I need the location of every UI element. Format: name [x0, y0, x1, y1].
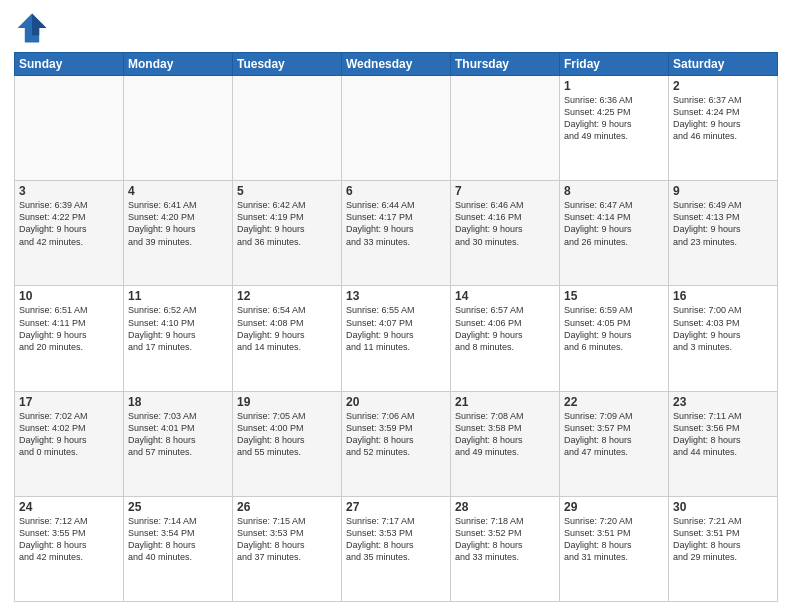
day-number: 28 [455, 500, 555, 514]
day-number: 24 [19, 500, 119, 514]
day-info: Sunrise: 7:20 AM Sunset: 3:51 PM Dayligh… [564, 515, 664, 564]
day-info: Sunrise: 6:36 AM Sunset: 4:25 PM Dayligh… [564, 94, 664, 143]
day-number: 12 [237, 289, 337, 303]
calendar-cell: 30Sunrise: 7:21 AM Sunset: 3:51 PM Dayli… [669, 496, 778, 601]
day-header-friday: Friday [560, 53, 669, 76]
calendar-cell: 21Sunrise: 7:08 AM Sunset: 3:58 PM Dayli… [451, 391, 560, 496]
day-number: 21 [455, 395, 555, 409]
day-info: Sunrise: 7:18 AM Sunset: 3:52 PM Dayligh… [455, 515, 555, 564]
calendar-cell: 14Sunrise: 6:57 AM Sunset: 4:06 PM Dayli… [451, 286, 560, 391]
day-info: Sunrise: 7:21 AM Sunset: 3:51 PM Dayligh… [673, 515, 773, 564]
day-number: 26 [237, 500, 337, 514]
calendar-cell: 8Sunrise: 6:47 AM Sunset: 4:14 PM Daylig… [560, 181, 669, 286]
calendar-header-row: SundayMondayTuesdayWednesdayThursdayFrid… [15, 53, 778, 76]
calendar-cell: 22Sunrise: 7:09 AM Sunset: 3:57 PM Dayli… [560, 391, 669, 496]
day-number: 2 [673, 79, 773, 93]
calendar-cell: 18Sunrise: 7:03 AM Sunset: 4:01 PM Dayli… [124, 391, 233, 496]
day-number: 10 [19, 289, 119, 303]
calendar-cell [124, 76, 233, 181]
calendar-cell: 17Sunrise: 7:02 AM Sunset: 4:02 PM Dayli… [15, 391, 124, 496]
calendar-cell [233, 76, 342, 181]
day-number: 7 [455, 184, 555, 198]
day-info: Sunrise: 6:44 AM Sunset: 4:17 PM Dayligh… [346, 199, 446, 248]
day-number: 30 [673, 500, 773, 514]
day-info: Sunrise: 7:06 AM Sunset: 3:59 PM Dayligh… [346, 410, 446, 459]
calendar-cell: 20Sunrise: 7:06 AM Sunset: 3:59 PM Dayli… [342, 391, 451, 496]
day-number: 18 [128, 395, 228, 409]
logo [14, 10, 54, 46]
day-number: 17 [19, 395, 119, 409]
day-number: 16 [673, 289, 773, 303]
day-header-saturday: Saturday [669, 53, 778, 76]
day-info: Sunrise: 6:52 AM Sunset: 4:10 PM Dayligh… [128, 304, 228, 353]
calendar-cell: 19Sunrise: 7:05 AM Sunset: 4:00 PM Dayli… [233, 391, 342, 496]
calendar-cell: 23Sunrise: 7:11 AM Sunset: 3:56 PM Dayli… [669, 391, 778, 496]
day-header-thursday: Thursday [451, 53, 560, 76]
calendar-cell: 1Sunrise: 6:36 AM Sunset: 4:25 PM Daylig… [560, 76, 669, 181]
calendar-cell: 3Sunrise: 6:39 AM Sunset: 4:22 PM Daylig… [15, 181, 124, 286]
calendar-cell: 12Sunrise: 6:54 AM Sunset: 4:08 PM Dayli… [233, 286, 342, 391]
day-number: 19 [237, 395, 337, 409]
day-number: 1 [564, 79, 664, 93]
day-number: 3 [19, 184, 119, 198]
day-number: 5 [237, 184, 337, 198]
calendar-cell: 6Sunrise: 6:44 AM Sunset: 4:17 PM Daylig… [342, 181, 451, 286]
header [14, 10, 778, 46]
day-info: Sunrise: 7:02 AM Sunset: 4:02 PM Dayligh… [19, 410, 119, 459]
day-info: Sunrise: 7:11 AM Sunset: 3:56 PM Dayligh… [673, 410, 773, 459]
day-number: 8 [564, 184, 664, 198]
day-number: 15 [564, 289, 664, 303]
day-info: Sunrise: 7:14 AM Sunset: 3:54 PM Dayligh… [128, 515, 228, 564]
day-number: 22 [564, 395, 664, 409]
day-header-wednesday: Wednesday [342, 53, 451, 76]
calendar-week-row: 1Sunrise: 6:36 AM Sunset: 4:25 PM Daylig… [15, 76, 778, 181]
day-info: Sunrise: 6:39 AM Sunset: 4:22 PM Dayligh… [19, 199, 119, 248]
calendar-cell: 9Sunrise: 6:49 AM Sunset: 4:13 PM Daylig… [669, 181, 778, 286]
day-info: Sunrise: 7:08 AM Sunset: 3:58 PM Dayligh… [455, 410, 555, 459]
day-info: Sunrise: 7:15 AM Sunset: 3:53 PM Dayligh… [237, 515, 337, 564]
day-number: 9 [673, 184, 773, 198]
day-info: Sunrise: 6:47 AM Sunset: 4:14 PM Dayligh… [564, 199, 664, 248]
day-info: Sunrise: 7:03 AM Sunset: 4:01 PM Dayligh… [128, 410, 228, 459]
calendar-week-row: 24Sunrise: 7:12 AM Sunset: 3:55 PM Dayli… [15, 496, 778, 601]
day-info: Sunrise: 6:46 AM Sunset: 4:16 PM Dayligh… [455, 199, 555, 248]
calendar-cell: 16Sunrise: 7:00 AM Sunset: 4:03 PM Dayli… [669, 286, 778, 391]
calendar-cell: 29Sunrise: 7:20 AM Sunset: 3:51 PM Dayli… [560, 496, 669, 601]
calendar-table: SundayMondayTuesdayWednesdayThursdayFrid… [14, 52, 778, 602]
calendar-cell [15, 76, 124, 181]
day-info: Sunrise: 7:17 AM Sunset: 3:53 PM Dayligh… [346, 515, 446, 564]
day-info: Sunrise: 6:54 AM Sunset: 4:08 PM Dayligh… [237, 304, 337, 353]
day-number: 6 [346, 184, 446, 198]
day-info: Sunrise: 6:57 AM Sunset: 4:06 PM Dayligh… [455, 304, 555, 353]
day-info: Sunrise: 6:42 AM Sunset: 4:19 PM Dayligh… [237, 199, 337, 248]
calendar-cell: 7Sunrise: 6:46 AM Sunset: 4:16 PM Daylig… [451, 181, 560, 286]
calendar-cell [451, 76, 560, 181]
day-info: Sunrise: 6:37 AM Sunset: 4:24 PM Dayligh… [673, 94, 773, 143]
day-number: 29 [564, 500, 664, 514]
calendar-cell: 4Sunrise: 6:41 AM Sunset: 4:20 PM Daylig… [124, 181, 233, 286]
day-info: Sunrise: 7:05 AM Sunset: 4:00 PM Dayligh… [237, 410, 337, 459]
day-number: 25 [128, 500, 228, 514]
day-info: Sunrise: 6:51 AM Sunset: 4:11 PM Dayligh… [19, 304, 119, 353]
svg-marker-1 [32, 14, 46, 36]
day-info: Sunrise: 6:59 AM Sunset: 4:05 PM Dayligh… [564, 304, 664, 353]
day-number: 13 [346, 289, 446, 303]
calendar-cell: 15Sunrise: 6:59 AM Sunset: 4:05 PM Dayli… [560, 286, 669, 391]
calendar-cell: 11Sunrise: 6:52 AM Sunset: 4:10 PM Dayli… [124, 286, 233, 391]
day-header-monday: Monday [124, 53, 233, 76]
day-number: 27 [346, 500, 446, 514]
day-number: 11 [128, 289, 228, 303]
calendar-cell: 26Sunrise: 7:15 AM Sunset: 3:53 PM Dayli… [233, 496, 342, 601]
calendar-cell: 24Sunrise: 7:12 AM Sunset: 3:55 PM Dayli… [15, 496, 124, 601]
page: SundayMondayTuesdayWednesdayThursdayFrid… [0, 0, 792, 612]
day-number: 20 [346, 395, 446, 409]
day-header-tuesday: Tuesday [233, 53, 342, 76]
calendar-cell: 5Sunrise: 6:42 AM Sunset: 4:19 PM Daylig… [233, 181, 342, 286]
calendar-cell: 28Sunrise: 7:18 AM Sunset: 3:52 PM Dayli… [451, 496, 560, 601]
day-info: Sunrise: 6:49 AM Sunset: 4:13 PM Dayligh… [673, 199, 773, 248]
day-number: 14 [455, 289, 555, 303]
calendar-cell: 13Sunrise: 6:55 AM Sunset: 4:07 PM Dayli… [342, 286, 451, 391]
calendar-cell: 27Sunrise: 7:17 AM Sunset: 3:53 PM Dayli… [342, 496, 451, 601]
calendar-week-row: 17Sunrise: 7:02 AM Sunset: 4:02 PM Dayli… [15, 391, 778, 496]
calendar-cell [342, 76, 451, 181]
